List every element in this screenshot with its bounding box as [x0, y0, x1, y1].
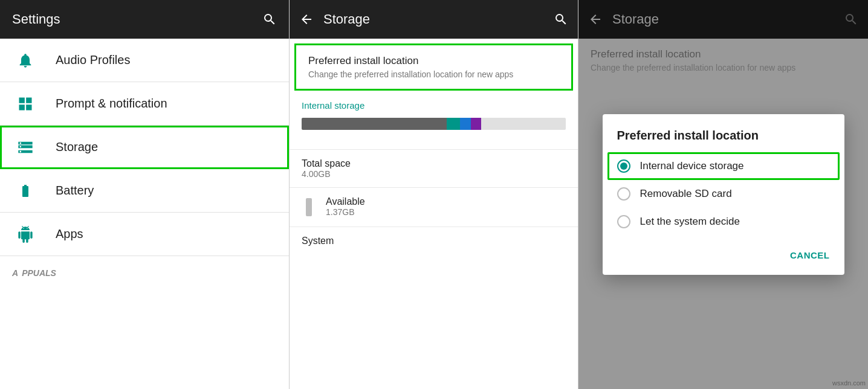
storage-bar-available [481, 118, 566, 130]
sidebar-item-storage[interactable]: Storage [0, 126, 289, 169]
android-icon [15, 223, 36, 245]
total-space-row: Total space 4.00GB [290, 149, 578, 187]
settings-search-icon[interactable] [262, 12, 277, 27]
preferred-install-title: Preferred install location [308, 55, 559, 67]
radio-sd-card [617, 187, 630, 201]
internal-storage-option-label: Internal device storage [640, 160, 744, 172]
dialog-actions: CANCEL [603, 236, 844, 275]
storage-title: Storage [323, 11, 544, 27]
battery-label: Battery [56, 184, 94, 198]
storage-bar-purple [471, 118, 481, 130]
sidebar-item-audio-profiles[interactable]: Audio Profiles [0, 39, 289, 82]
available-label: Available [326, 196, 365, 207]
settings-list: Audio Profiles Prompt & notification Sto… [0, 39, 289, 389]
storage-icon [15, 137, 36, 158]
settings-top-bar: Settings [0, 0, 289, 39]
storage-content: Preferred install location Change the pr… [290, 39, 578, 389]
bell-icon [15, 50, 36, 71]
sidebar-item-apps[interactable]: Apps [0, 213, 289, 256]
storage-dialog-panel: Storage Preferred install location Chang… [578, 0, 868, 389]
system-label: System [302, 236, 334, 246]
apps-label: Apps [56, 227, 83, 241]
storage-bar-teal [447, 118, 460, 130]
system-row: System [290, 227, 578, 255]
internal-storage-label: Internal storage [302, 100, 566, 111]
appuals-watermark: A PPUALS [0, 256, 289, 283]
audio-profiles-label: Audio Profiles [56, 53, 130, 67]
storage-bar-used [302, 118, 447, 130]
dialog-cancel-button[interactable]: CANCEL [790, 245, 830, 265]
available-value: 1.37GB [326, 207, 365, 217]
storage-top-bar: Storage [290, 0, 578, 39]
dialog-title: Preferred install location [603, 114, 844, 152]
settings-panel: Settings Audio Profiles Prompt & notif [0, 0, 289, 389]
option-system-decide[interactable]: Let the system decide [607, 208, 840, 236]
total-space-info: Total space 4.00GB [302, 158, 351, 179]
storage-label: Storage [56, 140, 98, 154]
preferred-install-section[interactable]: Preferred install location Change the pr… [294, 43, 573, 91]
sd-card-option-label: Removable SD card [640, 188, 732, 200]
prompt-notification-label: Prompt & notification [56, 97, 167, 111]
total-space-label: Total space [302, 158, 351, 169]
dialog-options: Internal device storage Removable SD car… [603, 152, 844, 236]
battery-icon [15, 180, 36, 202]
available-icon [302, 196, 316, 218]
system-decide-option-label: Let the system decide [640, 216, 740, 228]
storage-bar [302, 118, 566, 130]
svg-rect-0 [306, 198, 312, 216]
option-sd-card[interactable]: Removable SD card [607, 180, 840, 208]
available-info: Available 1.37GB [326, 196, 365, 217]
storage-search-icon[interactable] [554, 12, 568, 27]
preferred-install-dialog: Preferred install location Internal devi… [603, 114, 844, 275]
internal-storage-section: Internal storage [290, 91, 578, 149]
total-space-value: 4.00GB [302, 169, 351, 179]
storage-back-icon[interactable] [299, 12, 314, 27]
storage-bar-blue [460, 118, 470, 130]
radio-internal-storage [617, 159, 630, 173]
system-info: System [302, 236, 334, 246]
grid-icon [15, 93, 36, 115]
radio-system-decide [617, 215, 630, 228]
option-internal-storage[interactable]: Internal device storage [607, 152, 840, 180]
storage-panel: Storage Preferred install location Chang… [289, 0, 578, 389]
dialog-overlay: Preferred install location Internal devi… [578, 0, 868, 389]
available-row: Available 1.37GB [290, 187, 578, 227]
preferred-install-desc: Change the preferred installation locati… [308, 69, 559, 79]
sidebar-item-battery[interactable]: Battery [0, 169, 289, 213]
settings-title: Settings [12, 11, 60, 27]
sidebar-item-prompt-notification[interactable]: Prompt & notification [0, 82, 289, 126]
